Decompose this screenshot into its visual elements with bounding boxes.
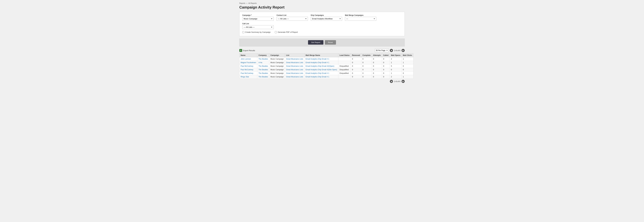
campaign-label: Campaign *	[242, 14, 274, 16]
cell-campaign: Music Campaign	[269, 64, 285, 68]
table-row: Ringo StarThe BeatlesMusic CampaignGreat…	[240, 75, 413, 79]
cell-list[interactable]: Great Musicians Lists	[285, 61, 304, 64]
cell-removed: 0	[351, 64, 361, 68]
col-company: Company	[257, 54, 269, 57]
pdf-checkbox[interactable]	[275, 31, 277, 33]
cell-lead-status: Disqualified	[338, 68, 351, 72]
cell-name[interactable]: Ringo Star	[240, 75, 257, 79]
campaign-select[interactable]: Music Campaign	[242, 17, 274, 21]
next-page-button-bottom[interactable]: ▶	[402, 80, 405, 83]
cell-list[interactable]: Great Musicians Lists	[285, 68, 304, 72]
cell-attempts: 0	[372, 57, 382, 61]
cell-mail-merge-name[interactable]: Email Analytics Drip Email # 1	[304, 61, 338, 64]
cell-removed: 0	[351, 72, 361, 75]
col-name: Name	[240, 54, 257, 57]
col-lead-status: Lead Status	[338, 54, 351, 57]
prev-page-button-top[interactable]: ◀	[390, 49, 393, 52]
export-icon	[239, 49, 242, 52]
cell-list[interactable]: Great Musicians Lists	[285, 64, 304, 68]
cell-name[interactable]: Paul McCartney	[240, 68, 257, 72]
cell-lead-status: Disqualified	[338, 72, 351, 75]
cell-mail-opens: 5	[390, 64, 402, 68]
cell-lead-status	[338, 57, 351, 61]
breadcrumb-reports[interactable]: Reports	[239, 2, 245, 4]
col-attempts: Attempts	[372, 54, 382, 57]
table-row: Paul McCartneyThe BeatlesMusic CampaignG…	[240, 64, 413, 68]
cell-called: 0	[382, 61, 390, 64]
cell-mail-opens: 1	[390, 72, 402, 75]
cell-name[interactable]: Magne Furuholmen	[240, 61, 257, 64]
cell-mail-opens: 0	[390, 68, 402, 72]
cell-mail-clicks: 1	[402, 75, 413, 79]
cell-lead-status	[338, 61, 351, 64]
cell-company[interactable]: The Beatles	[257, 75, 269, 79]
table-row: Magne FuruholmenA-haMusic CampaignGreat …	[240, 61, 413, 64]
cell-attempts: 0	[372, 72, 382, 75]
prev-page-button-bottom[interactable]: ◀	[390, 80, 393, 83]
cell-list[interactable]: Great Musicians Lists	[285, 72, 304, 75]
call-list-select[interactable]: — All Lists —	[242, 25, 274, 29]
breadcrumb-separator: »	[246, 2, 247, 4]
cell-company[interactable]: The Beatles	[257, 68, 269, 72]
cell-removed: 0	[351, 68, 361, 72]
summary-checkbox-label: Create Summary by Campaign	[245, 31, 270, 33]
cell-mail-opens: 1	[390, 61, 402, 64]
cell-company[interactable]: The Beatles	[257, 64, 269, 68]
col-list: List	[285, 54, 304, 57]
cell-complete: 0	[361, 68, 372, 72]
contact-list-label: Contact List	[276, 14, 308, 16]
breadcrumb-all-reports[interactable]: All Reports	[248, 2, 257, 4]
mail-merge-label: Mail Merge Campaigns	[345, 14, 376, 16]
checkbox-row: Create Summary by Campaign Generate PDF …	[242, 31, 402, 33]
campaign-filter-group: Campaign * Music Campaign	[242, 14, 274, 21]
contact-list-select[interactable]: — All Lists —	[276, 17, 308, 21]
cell-attempts: 0	[372, 68, 382, 72]
col-mail-merge-name: Mail Merge Name	[304, 54, 338, 57]
cell-company[interactable]: The Beatles	[257, 72, 269, 75]
filter-panel: Campaign * Music Campaign Contact List —…	[239, 12, 405, 36]
next-page-button-top[interactable]: ▶	[402, 49, 405, 52]
cell-company[interactable]: The Beatles	[257, 57, 269, 61]
cell-called: 0	[382, 72, 390, 75]
mail-merge-select[interactable]: —	[345, 17, 376, 21]
cell-mail-opens: 2	[390, 75, 402, 79]
cell-called: 0	[382, 68, 390, 72]
cell-mail-merge-name[interactable]: Email Analytics Drip Email # 1	[304, 57, 338, 61]
pagination-info-bottom: 1-6 of 6	[394, 80, 400, 82]
cell-complete: 0	[361, 75, 372, 79]
cell-campaign: Music Campaign	[269, 57, 285, 61]
col-campaign: Campaign	[269, 54, 285, 57]
pdf-checkbox-label: Generate PDF of Report	[278, 31, 298, 33]
cell-company[interactable]: A-ha	[257, 61, 269, 64]
get-report-button[interactable]: Get Report	[308, 40, 324, 44]
table-header: Name Company Campaign List Mail Merge Na…	[240, 54, 413, 57]
cell-mail-merge-name[interactable]: Email Analytics Drip Email # 1	[304, 72, 338, 75]
cell-mail-merge-name[interactable]: Email Analytics Drip Email #2(Open)	[304, 64, 338, 68]
per-page-select[interactable]: 50 Per Page	[375, 49, 389, 52]
cell-name[interactable]: John Lennon	[240, 57, 257, 61]
cell-name[interactable]: Paul McCartney	[240, 64, 257, 68]
cell-mail-merge-name[interactable]: Email Analytics Drip Email #2(No Open)	[304, 68, 338, 72]
reset-button[interactable]: Reset	[325, 40, 336, 44]
cell-list[interactable]: Great Musicians Lists	[285, 75, 304, 79]
cell-complete: 0	[361, 61, 372, 64]
cell-name[interactable]: Paul McCartney	[240, 72, 257, 75]
cell-mail-merge-name[interactable]: Email Analytics Drip Email # 1	[304, 75, 338, 79]
cell-campaign: Music Campaign	[269, 72, 285, 75]
cell-list[interactable]: Great Musicians Lists	[285, 57, 304, 61]
call-list-filter-group: Call List — All Lists —	[242, 23, 274, 29]
export-results[interactable]: Export Results	[239, 49, 255, 52]
table-row: John LennonThe BeatlesMusic CampaignGrea…	[240, 57, 413, 61]
drip-campaigns-select[interactable]: Email Analytics Workflow	[311, 17, 342, 21]
pdf-checkbox-item: Generate PDF of Report	[275, 31, 298, 33]
cell-attempts: 0	[372, 61, 382, 64]
cell-mail-clicks: 1	[402, 57, 413, 61]
col-called: Called	[382, 54, 390, 57]
cell-attempts: 0	[372, 75, 382, 79]
summary-checkbox[interactable]	[242, 31, 244, 33]
cell-mail-clicks: 1	[402, 61, 413, 64]
pagination-top: 50 Per Page ◀ 1-6 of 6 ▶	[375, 49, 405, 52]
cell-attempts: 0	[372, 64, 382, 68]
cell-called: 0	[382, 75, 390, 79]
cell-mail-opens: 2	[390, 57, 402, 61]
